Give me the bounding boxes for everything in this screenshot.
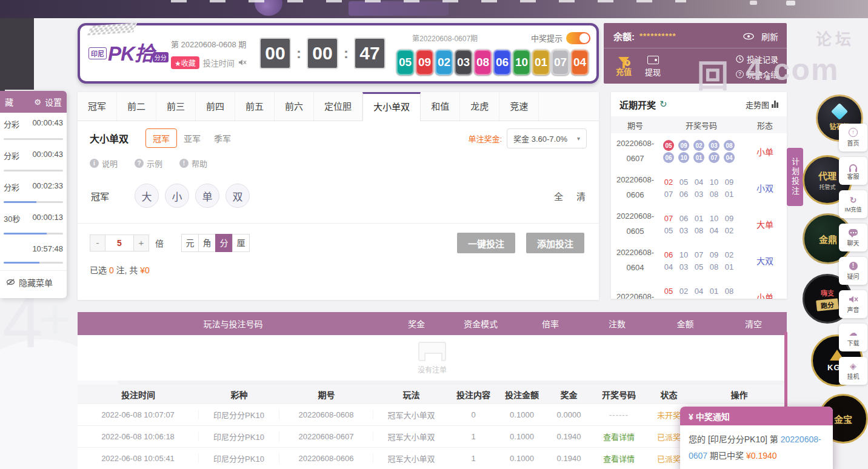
option-big[interactable]: 大 — [135, 184, 159, 208]
bet-record-label: 投注记录 — [747, 53, 778, 65]
option-even[interactable]: 双 — [225, 184, 250, 208]
position-champion[interactable]: 冠军 — [145, 128, 177, 148]
tab-qian6[interactable]: 前六 — [275, 92, 314, 121]
tab-qian2[interactable]: 前二 — [117, 92, 156, 121]
draw-number: 10 — [678, 152, 689, 163]
option-small[interactable]: 小 — [165, 184, 189, 208]
balance-label: 余额: — [613, 30, 635, 42]
eye-icon[interactable] — [743, 33, 754, 40]
add-bet-button[interactable]: 添加投注 — [526, 233, 584, 253]
tab-daxiaodanshuang[interactable]: 大小单双 — [362, 92, 421, 121]
selected-total: ¥0 — [140, 265, 150, 275]
withdraw-button[interactable]: 提现 — [645, 56, 661, 78]
tab-longhu[interactable]: 龙虎 — [460, 92, 499, 121]
draw-number: 09 — [724, 214, 735, 223]
rail-chat-button[interactable]: 聊天 — [839, 224, 867, 251]
question-icon: ? — [736, 70, 744, 78]
lottery-countdown: 00:00:43 — [32, 118, 63, 130]
countdown-hours: 00 — [259, 38, 291, 69]
rail-label: 声音 — [847, 305, 860, 314]
position-runnerup[interactable]: 亚军 — [177, 129, 207, 147]
help-shili[interactable]: ?示例 — [135, 158, 162, 169]
hide-menu-button[interactable]: 隐藏菜单 — [0, 270, 67, 293]
bonus-select[interactable]: 奖金 3.60-7.0% — [507, 128, 587, 148]
option-odd[interactable]: 单 — [195, 184, 219, 208]
tab-hezhi[interactable]: 和值 — [421, 92, 460, 121]
rail-service-button[interactable]: 客服 — [839, 157, 867, 185]
refresh-icon[interactable]: ↻ — [659, 99, 667, 110]
lottery-list-item[interactable]: 分彩00:00:43 — [0, 113, 67, 144]
countdown-progress — [4, 201, 63, 203]
refresh-balance-button[interactable]: 刷新 — [761, 30, 778, 42]
lottery-list-item[interactable]: 分彩00:00:43 — [0, 144, 67, 176]
select-all-button[interactable]: 全 — [554, 190, 563, 202]
clear-all-column[interactable]: 清空 — [720, 318, 787, 330]
tab-qian4[interactable]: 前四 — [196, 92, 235, 121]
win-tip-toggle[interactable] — [566, 32, 590, 44]
draw-shape: 小双 — [743, 182, 787, 194]
draw-number: 02 — [724, 226, 735, 235]
rail-hangup-button[interactable]: ◈ 挂机 — [839, 357, 867, 385]
eye-off-icon — [6, 278, 15, 287]
draw-number: 07 — [663, 214, 674, 223]
trend-chart-link[interactable]: 走势图 — [746, 99, 778, 110]
view-details-link[interactable]: 查看详情 — [592, 431, 646, 442]
unit-fen[interactable]: 分 — [215, 234, 233, 252]
settings-button[interactable]: ⚙ 设置 — [34, 96, 62, 108]
unit-jiao[interactable]: 角 — [198, 234, 216, 252]
favorite-button[interactable]: ★收藏 — [171, 56, 199, 69]
play-intro-link[interactable]: ? 玩法介绍 — [736, 68, 778, 80]
result-ball: 09 — [416, 50, 433, 75]
mute-speaker-icon[interactable] — [238, 59, 247, 66]
clock-icon — [736, 55, 744, 63]
quick-menu-header: 藏 ⚙ 设置 — [0, 91, 67, 113]
position-third[interactable]: 季军 — [207, 129, 238, 147]
draw-number: 04 — [693, 178, 704, 187]
draw-number: 02 — [693, 140, 704, 151]
clear-button[interactable]: 清 — [576, 190, 586, 202]
unit-li[interactable]: 厘 — [232, 234, 250, 252]
rail-sound-button[interactable]: 声音 — [839, 290, 867, 318]
unit-yuan[interactable]: 元 — [181, 234, 199, 252]
recent-draw-row: 20220608-0607 05090203080610010704 小单 — [611, 133, 787, 170]
question-icon: ? — [135, 159, 144, 168]
nav-user-icon[interactable] — [750, 1, 757, 5]
cloud-icon: ☁ — [849, 328, 858, 337]
rail-question-button[interactable]: ! 疑问 — [839, 257, 867, 285]
tab-qian3[interactable]: 前三 — [156, 92, 196, 121]
recharge-button[interactable]: ¥ 充值 — [616, 57, 632, 77]
rail-im-recharge-button[interactable]: ↻ IM充值 — [839, 190, 867, 218]
nav-menu-icon[interactable] — [786, 1, 795, 5]
nav-menu-items[interactable] — [171, 0, 686, 2]
multiplier-plus-button[interactable]: + — [133, 234, 149, 251]
draw-shape: 大单 — [743, 218, 787, 230]
tab-dingweidan[interactable]: 定位胆 — [314, 92, 362, 121]
result-balls: 05090203080610010704 — [396, 50, 590, 75]
multiplier-minus-button[interactable]: - — [90, 234, 105, 251]
view-details-link[interactable]: 查看详情 — [592, 453, 646, 464]
lottery-list-item[interactable]: 30秒00:00:13 — [0, 207, 67, 239]
draw-number: 06 — [678, 190, 689, 199]
draw-number: 09 — [709, 250, 719, 259]
draw-number: 01 — [693, 214, 704, 223]
quick-bet-button[interactable]: 一键投注 — [457, 233, 515, 253]
lottery-list-item[interactable]: 分彩00:02:33 — [0, 176, 67, 207]
help-label: 说明 — [102, 158, 118, 169]
tab-guanjun[interactable]: 冠军 — [78, 92, 117, 121]
rail-download-button[interactable]: ☁ 下载 — [839, 324, 867, 351]
tab-qian5[interactable]: 前五 — [235, 92, 275, 121]
tab-jingsu[interactable]: 竞速 — [499, 92, 539, 121]
help-bangzhu[interactable]: !帮助 — [179, 158, 207, 169]
play-title: 大小单双 — [90, 131, 129, 145]
lottery-list-item[interactable]: 10:57:48 — [0, 239, 67, 270]
chart-icon — [772, 101, 778, 108]
rail-home-button[interactable]: ↑ 首页 — [839, 124, 867, 151]
scrollbar-thumb[interactable] — [784, 331, 787, 409]
multiplier-input[interactable]: 5 — [105, 234, 133, 251]
draw-number: 07 — [709, 152, 719, 163]
win-notification[interactable]: ¥ 中奖通知 您的 [印尼分分PK10] 第 20220608-0607 期已中… — [680, 407, 833, 469]
chat-bubble-icon — [849, 229, 858, 236]
bet-record-link[interactable]: 投注记录 — [736, 53, 778, 65]
plan-bet-tab[interactable]: 计划投注 — [787, 148, 803, 206]
help-shuoming[interactable]: i说明 — [90, 158, 118, 169]
